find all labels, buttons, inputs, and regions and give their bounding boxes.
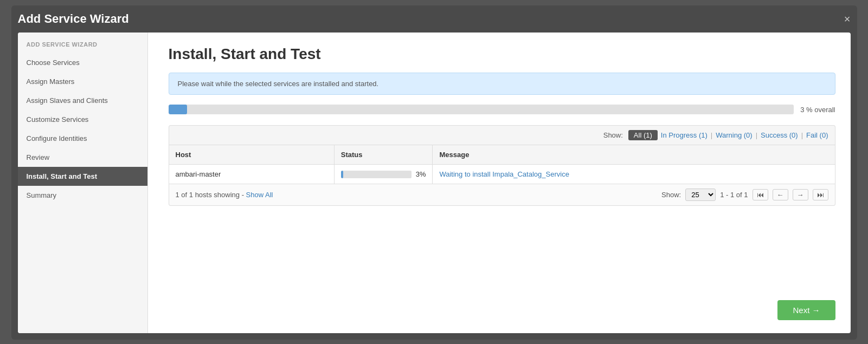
sidebar-item-choose-services[interactable]: Choose Services	[18, 53, 147, 72]
filter-fail-link[interactable]: Fail (0)	[806, 131, 828, 139]
modal-title-bar: Add Service Wizard ×	[18, 12, 851, 26]
mini-progress-fill	[341, 171, 343, 178]
mini-progress-label: 3%	[416, 170, 426, 178]
show-label: Show:	[661, 191, 681, 199]
cell-message: Waiting to install Impala_Catalog_Servic…	[433, 165, 835, 184]
cell-status: 3%	[334, 165, 433, 184]
last-page-button[interactable]: ⏭	[813, 189, 828, 200]
first-page-button[interactable]: ⏮	[753, 189, 768, 200]
next-button[interactable]: Next →	[777, 300, 835, 320]
status-cell: 3%	[341, 170, 426, 178]
hosts-showing-text: 1 of 1 hosts showing -	[176, 191, 246, 199]
page-title: Install, Start and Test	[169, 46, 835, 63]
modal-body: ADD SERVICE WIZARD Choose Services Assig…	[18, 33, 851, 333]
filter-bar: Show: All (1) In Progress (1) | Warning …	[169, 125, 835, 145]
col-host: Host	[169, 145, 334, 165]
sidebar-section-label: ADD SERVICE WIZARD	[18, 41, 147, 53]
sidebar-item-assign-masters[interactable]: Assign Masters	[18, 72, 147, 91]
progress-bar-fill	[169, 105, 188, 114]
table-row: ambari-master 3% Waiting to install Impa…	[169, 165, 835, 184]
filter-separator-2: |	[756, 131, 757, 139]
col-status: Status	[334, 145, 433, 165]
cell-host: ambari-master	[169, 165, 334, 184]
prev-page-button[interactable]: ←	[773, 189, 788, 200]
main-content: Install, Start and Test Please wait whil…	[153, 33, 851, 333]
table-footer: 1 of 1 hosts showing - Show All Show: 25…	[169, 184, 835, 206]
message-link[interactable]: Waiting to install Impala_Catalog_Servic…	[439, 170, 569, 178]
next-page-button[interactable]: →	[793, 189, 808, 200]
sidebar-item-assign-slaves[interactable]: Assign Slaves and Clients	[18, 91, 147, 110]
sidebar-item-customize-services[interactable]: Customize Services	[18, 110, 147, 129]
filter-warning-link[interactable]: Warning (0)	[716, 131, 752, 139]
progress-label: 3 % overall	[800, 106, 835, 114]
page-info: 1 - 1 of 1	[720, 191, 748, 199]
hosts-table: Host Status Message ambari-master	[169, 145, 835, 184]
filter-all-button[interactable]: All (1)	[628, 130, 658, 140]
sidebar-item-summary[interactable]: Summary	[18, 186, 147, 205]
sidebar-item-install-start-test[interactable]: Install, Start and Test	[18, 167, 147, 186]
info-banner: Please wait while the selected services …	[169, 73, 835, 95]
actions-bar: Next →	[169, 290, 835, 320]
filter-separator-3: |	[801, 131, 803, 139]
modal-wrapper: Add Service Wizard × ADD SERVICE WIZARD …	[11, 5, 857, 340]
modal-title: Add Service Wizard	[18, 12, 129, 26]
filter-inprogress-link[interactable]: In Progress (1)	[661, 131, 708, 139]
filter-separator-1: |	[711, 131, 712, 139]
show-all-link[interactable]: Show All	[246, 191, 273, 199]
mini-progress-wrapper	[341, 171, 412, 178]
col-message: Message	[433, 145, 835, 165]
close-button[interactable]: ×	[844, 14, 851, 24]
show-filter-label: Show:	[603, 131, 623, 139]
filter-success-link[interactable]: Success (0)	[761, 131, 798, 139]
sidebar-item-review[interactable]: Review	[18, 148, 147, 167]
pagination-controls: Show: 25 50 100 1 - 1 of 1 ⏮ ← → ⏭	[661, 189, 828, 201]
progress-container: 3 % overall	[169, 105, 835, 114]
hosts-showing: 1 of 1 hosts showing - Show All	[176, 191, 273, 199]
progress-bar-wrapper	[169, 105, 794, 114]
sidebar-item-configure-identities[interactable]: Configure Identities	[18, 129, 147, 148]
sidebar: ADD SERVICE WIZARD Choose Services Assig…	[18, 33, 148, 333]
page-size-select[interactable]: 25 50 100	[685, 189, 716, 201]
